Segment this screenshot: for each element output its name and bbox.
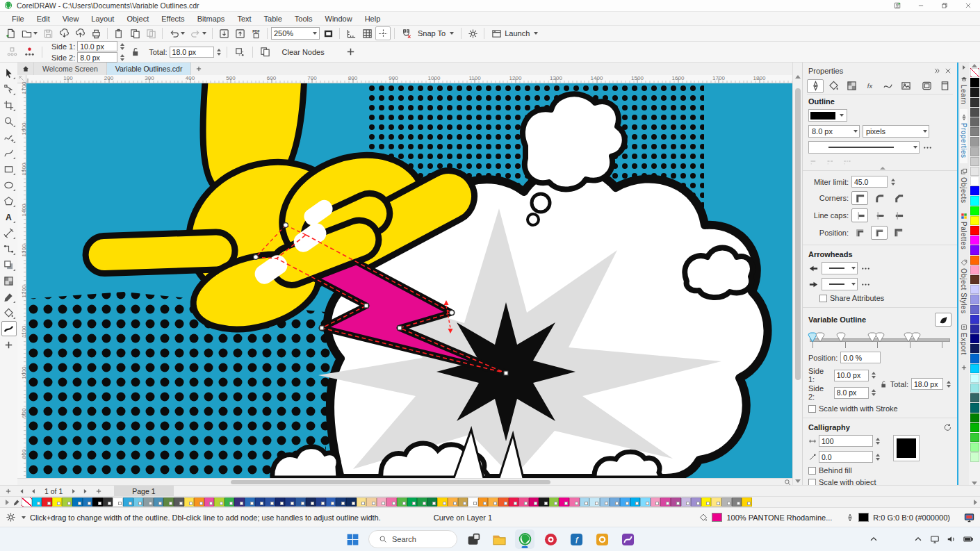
doc-palette-swatch-33[interactable] xyxy=(357,497,367,507)
corner-bevel-button[interactable] xyxy=(890,191,907,205)
zoom-tool[interactable] xyxy=(1,113,17,129)
doc-palette-swatch-71[interactable] xyxy=(742,497,752,507)
side2-input[interactable] xyxy=(77,52,117,63)
tray-hidden-icons-chevron[interactable] xyxy=(869,534,879,544)
cap-butt-button[interactable] xyxy=(851,208,868,222)
fill-tab[interactable] xyxy=(825,79,842,93)
add-page-button[interactable] xyxy=(3,486,14,496)
options-gear-button[interactable] xyxy=(465,26,480,40)
palette-swatch-008000[interactable] xyxy=(970,413,979,422)
palette-swatch-0066cc[interactable] xyxy=(970,354,979,363)
task-view-button[interactable] xyxy=(464,529,483,549)
corner-round-button[interactable] xyxy=(871,191,888,205)
doc-palette-swatch-34[interactable] xyxy=(366,497,377,507)
menu-help[interactable]: Help xyxy=(359,13,387,24)
palette-scroll-right[interactable] xyxy=(974,500,977,505)
publish-to-pdf-button[interactable]: PDF xyxy=(248,26,263,40)
show-rulers-button[interactable] xyxy=(343,26,359,40)
variable-outline-tool[interactable] xyxy=(1,321,17,336)
doc-palette-swatch-3[interactable] xyxy=(52,497,63,507)
next-page-button[interactable] xyxy=(68,486,79,496)
taskbar-search[interactable]: Search xyxy=(368,530,457,548)
doc-palette-swatch-35[interactable] xyxy=(377,497,387,507)
photo-paint-taskbar-icon[interactable] xyxy=(541,529,560,549)
palette-swatch-2929a3[interactable] xyxy=(970,324,979,334)
doc-palette-swatch-61[interactable] xyxy=(640,497,651,507)
lock-ratio-button[interactable] xyxy=(127,45,142,59)
doc-palette-swatch-62[interactable] xyxy=(651,497,661,507)
doc-palette-swatch-15[interactable] xyxy=(174,497,184,507)
palette-swatch-336666[interactable] xyxy=(970,393,979,402)
bitmap-tab[interactable] xyxy=(897,79,914,93)
palette-swatch-ffff00[interactable] xyxy=(970,216,979,225)
doc-palette-swatch-6[interactable] xyxy=(83,497,93,507)
doc-palette-swatch-5[interactable] xyxy=(72,497,83,507)
transparency-tool[interactable] xyxy=(1,273,17,288)
doc-palette-swatch-22[interactable] xyxy=(245,497,255,507)
menu-table[interactable]: Table xyxy=(258,13,288,24)
fill-color-swatch[interactable] xyxy=(712,513,722,522)
outline-width-combo[interactable]: 8.0 px xyxy=(808,125,860,138)
customize-property-bar-button[interactable] xyxy=(343,45,359,59)
vo-side2-spinner[interactable] xyxy=(872,389,876,396)
side1-spinner[interactable] xyxy=(120,43,124,50)
section-collapse-arrow[interactable] xyxy=(880,167,885,170)
palette-swatch-ccffff[interactable] xyxy=(970,374,979,383)
palette-swatch-ccccff[interactable] xyxy=(970,285,979,294)
vo-lock-ratio-icon[interactable] xyxy=(879,380,888,388)
doc-palette-swatch-37[interactable] xyxy=(397,497,407,507)
drop-shadow-tool[interactable] xyxy=(1,257,17,272)
doc-palette-swatch-20[interactable] xyxy=(224,497,235,507)
doc-palette-swatch-43[interactable] xyxy=(458,497,468,507)
palette-flyout-arrow[interactable] xyxy=(6,500,9,505)
palette-swatch-ff9ec4[interactable] xyxy=(970,265,979,274)
palette-swatch-999999[interactable] xyxy=(970,137,979,146)
cap-round-button[interactable] xyxy=(871,208,888,222)
doc-palette-swatch-7[interactable] xyxy=(92,497,103,507)
doc-palette-swatch-50[interactable] xyxy=(529,497,539,507)
doc-palette-swatch-28[interactable] xyxy=(306,497,316,507)
doc-palette-swatch-23[interactable] xyxy=(255,497,266,507)
palette-swatch-808080[interactable] xyxy=(970,127,979,136)
save-to-cloud-button[interactable] xyxy=(72,26,88,40)
palette-swatch-99e6e6[interactable] xyxy=(970,384,979,393)
cloud-top-right[interactable] xyxy=(523,94,625,189)
menu-edit[interactable]: Edit xyxy=(31,13,56,24)
palette-swatch-000080[interactable] xyxy=(970,334,979,343)
palette-swatch-e6e6e6[interactable] xyxy=(970,167,979,176)
doc-palette-swatch-13[interactable] xyxy=(154,497,164,507)
doc-palette-swatch-30[interactable] xyxy=(326,497,336,507)
docker-add-button[interactable] xyxy=(961,364,967,371)
drawing-canvas[interactable] xyxy=(26,83,792,478)
menu-file[interactable]: File xyxy=(6,13,31,24)
ellipse-tool[interactable] xyxy=(1,177,17,192)
doc-palette-swatch-24[interactable] xyxy=(265,497,275,507)
shape-tool[interactable] xyxy=(1,81,17,97)
variable-outline-slider[interactable] xyxy=(810,330,950,348)
vo-node-handle-4[interactable] xyxy=(875,332,885,343)
doc-palette-swatch-47[interactable] xyxy=(498,497,509,507)
palette-swatch-ccffcc[interactable] xyxy=(970,452,979,461)
new-document-button[interactable] xyxy=(3,26,18,40)
frame-mode-button[interactable] xyxy=(918,79,935,93)
copy-outline-properties-button[interactable] xyxy=(258,45,273,59)
start-button[interactable] xyxy=(343,529,362,549)
save-button[interactable] xyxy=(40,26,56,40)
doc-palette-swatch-51[interactable] xyxy=(539,497,549,507)
show-grid-button[interactable] xyxy=(359,26,375,40)
launch-dropdown[interactable]: Launch xyxy=(488,26,541,40)
stretch-spinner[interactable] xyxy=(876,438,880,445)
palette-swatch-none[interactable] xyxy=(970,68,979,77)
doc-palette-swatch-26[interactable] xyxy=(285,497,295,507)
vo-total-spinner[interactable] xyxy=(947,381,951,388)
start-arrowhead-more-button[interactable] xyxy=(860,263,871,274)
doc-palette-swatch-59[interactable] xyxy=(620,497,630,507)
doc-palette-swatch-57[interactable] xyxy=(600,497,610,507)
palette-swatch-333333[interactable] xyxy=(970,98,979,107)
doc-palette-swatch-1[interactable] xyxy=(32,497,42,507)
palette-swatch-006666[interactable] xyxy=(970,403,979,412)
share-attributes-checkbox[interactable] xyxy=(819,295,827,302)
doc-palette-swatch-65[interactable] xyxy=(681,497,692,507)
doc-palette-swatch-54[interactable] xyxy=(569,497,580,507)
horizontal-scrollbar[interactable] xyxy=(17,478,792,485)
